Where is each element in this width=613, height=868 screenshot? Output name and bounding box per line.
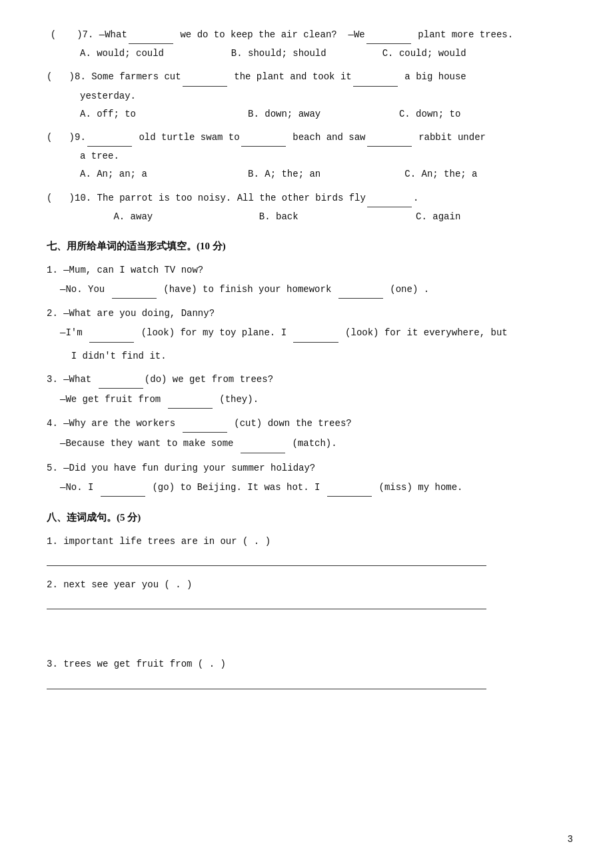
sentence-q2-answer-line <box>47 596 486 609</box>
q10-options: A. away B. back C. again <box>80 209 573 225</box>
fill-q4-question: 4. —Why are the workers (cut) down the t… <box>47 415 573 433</box>
q9-text1: old turtle swam to <box>133 129 240 146</box>
q9-paren: ( <box>47 129 52 146</box>
fill-q2: 2. —What are you doing, Danny? —I'm (loo… <box>47 305 573 365</box>
q7-line: ( )7. —What we do to keep the air clean?… <box>47 27 573 44</box>
q9-blank2 <box>241 129 286 147</box>
q7-number: )7. —What <box>60 27 127 43</box>
q8-paren-num: ( <box>47 69 52 85</box>
q8-blank2 <box>353 69 398 86</box>
q7-paren: ( <box>47 27 60 43</box>
q9-options: A. An; an; a B. A; the; an C. An; the; a <box>80 166 573 183</box>
sentence-q3-answer-line <box>47 676 486 689</box>
sentence-q3: 3. trees we get fruit from ( . ) <box>47 656 573 689</box>
question-10: ( )10. The parrot is too noisy. All the … <box>47 190 573 225</box>
section7-title: 七、用所给单词的适当形式填空。(10 分) <box>47 237 573 255</box>
sentence-q1: 1. important life trees are in our ( . ) <box>47 533 573 566</box>
fill-q3: 3. —What (do) we get from trees? —We get… <box>47 371 573 409</box>
q8-text2: a big house <box>399 69 466 85</box>
question-8: ( )8. Some farmers cut the plant and too… <box>47 69 573 123</box>
section8-title: 八、连词成句。(5 分) <box>47 509 573 527</box>
fill-q2-answer2: I didn't find it. <box>60 348 573 365</box>
fill-q1-blank2 <box>338 281 383 299</box>
q9-line: ( )9. old turtle swam to beach and saw r… <box>47 129 573 147</box>
fill-q2-question: 2. —What are you doing, Danny? <box>47 305 573 322</box>
q10-dot: . <box>413 190 418 207</box>
fill-q2-blank2 <box>293 325 338 342</box>
q7-text2: plant more trees. <box>412 27 513 43</box>
fill-q3-blank1 <box>99 371 143 389</box>
q10-number: )10. The parrot is too noisy. All the ot… <box>52 190 365 207</box>
q8-line2: yesterday. <box>80 88 573 105</box>
fill-q2-answer1: —I'm (look) for my toy plane. I (look) f… <box>60 325 573 342</box>
q10-paren: ( <box>47 190 52 207</box>
sentence-q3-words: 3. trees we get fruit from ( . ) <box>47 656 573 673</box>
q9-line2: a tree. <box>80 148 573 165</box>
q8-text1: the plant and took it <box>229 69 352 85</box>
q9-number: )9. <box>52 129 85 146</box>
q9-blank3 <box>367 129 412 147</box>
fill-q5: 5. —Did you have fun during your summer … <box>47 460 573 497</box>
fill-q2-blank1 <box>89 325 134 342</box>
q8-options: A. off; to B. down; away C. down; to <box>80 106 573 123</box>
q9-blank1 <box>87 129 132 147</box>
question-9: ( )9. old turtle swam to beach and saw r… <box>47 129 573 183</box>
fill-q4: 4. —Why are the workers (cut) down the t… <box>47 415 573 453</box>
fill-q3-question: 3. —What (do) we get from trees? <box>47 371 573 389</box>
fill-q1-blank1 <box>112 281 157 299</box>
fill-q1: 1. —Mum, can I watch TV now? —No. You (h… <box>47 262 573 299</box>
fill-q3-answer: —We get fruit from (they). <box>60 391 573 409</box>
fill-q4-blank2 <box>241 435 285 453</box>
fill-q5-answer: —No. I (go) to Beijing. It was hot. I (m… <box>60 479 573 497</box>
fill-q5-question: 5. —Did you have fun during your summer … <box>47 460 573 477</box>
q7-blank1 <box>129 27 173 44</box>
q9-text3: rabbit under <box>413 129 486 146</box>
q10-blank1 <box>367 190 412 207</box>
question-7: ( )7. —What we do to keep the air clean?… <box>47 27 573 62</box>
q8-blank1 <box>183 69 227 86</box>
fill-q1-answer: —No. You (have) to finish your homework … <box>60 281 573 299</box>
fill-q1-question: 1. —Mum, can I watch TV now? <box>47 262 573 279</box>
q9-text2: beach and saw <box>287 129 366 146</box>
page-number: 3 <box>568 831 573 848</box>
fill-q4-answer: —Because they want to make some (match). <box>60 435 573 453</box>
fill-q3-blank2 <box>168 391 213 409</box>
q7-options: A. would; could B. should; should C. cou… <box>80 45 573 62</box>
sentence-q2: 2. next see year you ( . ) <box>47 577 573 609</box>
q10-line: ( )10. The parrot is too noisy. All the … <box>47 190 573 207</box>
sentence-q2-words: 2. next see year you ( . ) <box>47 577 573 593</box>
fill-q5-blank1 <box>101 479 145 497</box>
q8-line: ( )8. Some farmers cut the plant and too… <box>47 69 573 86</box>
fill-q5-blank2 <box>327 479 372 497</box>
sentence-q1-words: 1. important life trees are in our ( . ) <box>47 533 573 550</box>
q7-text1: we do to keep the air clean? —We <box>175 27 365 43</box>
q7-blank2 <box>366 27 411 44</box>
fill-q4-blank1 <box>183 415 227 433</box>
q8-number: )8. Some farmers cut <box>52 69 181 85</box>
sentence-q1-answer-line <box>47 553 486 566</box>
